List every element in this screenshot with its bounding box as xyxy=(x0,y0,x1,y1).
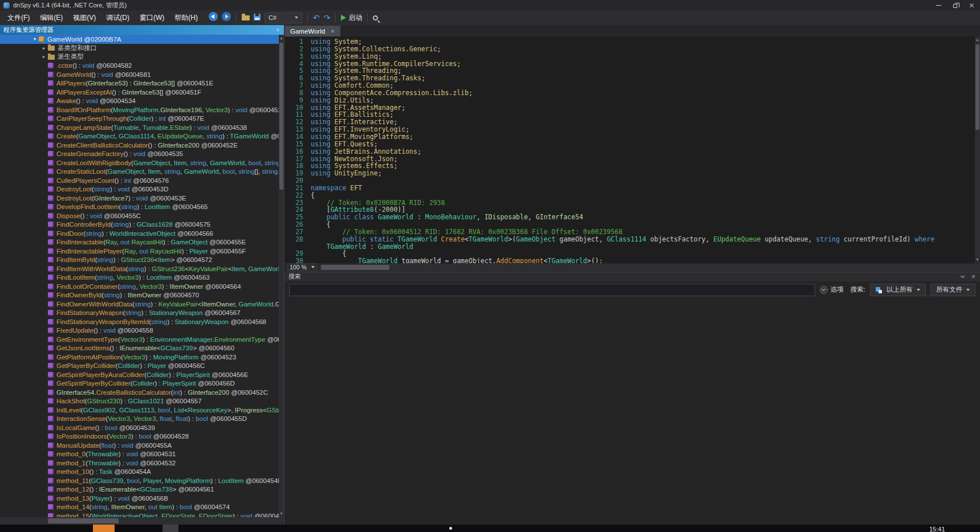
tree-item[interactable]: ManualUpdate(float) : void @0600455A xyxy=(0,441,279,450)
tree-item[interactable]: FindInteractablePlayer(Ray, out RaycastH… xyxy=(0,247,279,256)
expander-icon[interactable]: ▸ xyxy=(40,46,48,51)
tree-item[interactable]: FindLootOrContainer(string, Vector3) : I… xyxy=(0,282,279,291)
tree-item[interactable]: method_14(string, IItemOwner, out Item) … xyxy=(0,503,279,512)
code-editor[interactable]: 1using System;2using System.Collections.… xyxy=(284,36,980,263)
menu-help[interactable]: 帮助(H) xyxy=(169,10,203,25)
tree-item[interactable]: Awake() : void @06004534 xyxy=(0,97,279,106)
search-panel-header[interactable]: 搜索 xyxy=(284,272,980,281)
tree-item[interactable]: CreateGrenadeFactory() : void @06004535 xyxy=(0,150,279,159)
tree-item[interactable]: method_10() : Task @0600454A xyxy=(0,468,279,477)
tree-item[interactable]: CulledPlayersCount() : int @06004576 xyxy=(0,176,279,185)
editor-hscrollbar[interactable] xyxy=(319,264,980,271)
tree-item[interactable]: FindOwnerById(string) : IItemOwner @0600… xyxy=(0,291,279,300)
tree-item[interactable]: GetJsonLootItems() : IEnumerable<GClass7… xyxy=(0,344,279,353)
minimize-button[interactable] xyxy=(930,0,947,10)
tree-item[interactable]: CreateClientBallisticsCalculator() : GIn… xyxy=(0,141,279,150)
search-close-button[interactable] xyxy=(971,275,975,279)
save-all-button[interactable] xyxy=(254,13,261,23)
zoom-combobox[interactable]: 100 % xyxy=(287,263,318,271)
explorer-header[interactable]: 程序集资源管理器 xyxy=(0,25,284,35)
tree-item[interactable]: CreateLootWithRigidbody(GameObject, Item… xyxy=(0,158,279,167)
tree-item[interactable]: HackShot(GStruct230) : GClass1021 @06004… xyxy=(0,397,279,406)
expander-icon[interactable]: ▸ xyxy=(40,54,48,59)
tab-close-button[interactable] xyxy=(331,28,334,34)
tree-item[interactable]: FindItemById(string) : GStruct236<Item> … xyxy=(0,256,279,265)
tree-item[interactable]: DestroyLoot(GInterface7) : void @0600453… xyxy=(0,194,279,203)
start-debug-button[interactable]: 启动 xyxy=(341,13,362,23)
tree-item[interactable]: .cctor() : void @06004582 xyxy=(0,62,279,71)
tree-item[interactable]: ▸基类型和接口 xyxy=(0,44,279,53)
tree-item[interactable]: Dispose() : void @0600455C xyxy=(0,211,279,220)
scroll-thumb[interactable] xyxy=(279,43,283,190)
tree-item[interactable]: FixedUpdate() : void @06004558 xyxy=(0,326,279,335)
menu-edit[interactable]: 编辑(E) xyxy=(35,10,68,25)
tree-item[interactable]: method_0(Throwable) : void @06004531 xyxy=(0,450,279,459)
redo-button[interactable]: ↷ xyxy=(324,13,331,23)
tree-item[interactable]: method_11(GClass739, bool, Player, Movin… xyxy=(0,476,279,485)
explorer-vscrollbar[interactable]: ▲ ▼ xyxy=(279,35,284,517)
tree-item[interactable]: FindOwnerWithWorldData(string) : KeyValu… xyxy=(0,300,279,309)
explorer-hscrollbar[interactable] xyxy=(0,517,284,525)
scroll-down-icon[interactable]: ▼ xyxy=(975,256,980,263)
scroll-thumb[interactable] xyxy=(321,265,389,270)
tree-item[interactable]: GetPlayerByCollider(Collider) : Player @… xyxy=(0,362,279,371)
tree-item[interactable]: CanPlayerSeepThrough(Collider) : int @06… xyxy=(0,114,279,124)
tree-item[interactable]: Create(GameObject, GClass1114, EUpdateQu… xyxy=(0,132,279,141)
scroll-up-icon[interactable]: ▲ xyxy=(279,35,284,42)
tree-item[interactable]: FindStationaryWeapon(string) : Stationar… xyxy=(0,309,279,318)
menu-view[interactable]: 视图(V) xyxy=(68,10,101,25)
file-filter-dropdown[interactable]: 所有文件 xyxy=(930,284,975,296)
tree-item[interactable]: IsLocalGame() : bool @06004539 xyxy=(0,423,279,432)
taskbar-app[interactable] xyxy=(162,525,178,532)
scroll-up-icon[interactable]: ▲ xyxy=(975,36,980,43)
tree-item[interactable]: method_12() : IEnumerable<GClass739> @06… xyxy=(0,485,279,494)
tree-item[interactable]: ChangeLampState(Turnable, Turnable.EStat… xyxy=(0,123,279,132)
search-assemblies-button[interactable] xyxy=(373,13,378,23)
tree-item[interactable]: GInterface54.CreateBallisticsCalculator(… xyxy=(0,388,279,397)
tree-item[interactable]: BoardIfOnPlatform(MovingPlatform.GInterf… xyxy=(0,105,279,114)
tree-item[interactable]: InteractionSense(Vector3, Vector3, float… xyxy=(0,415,279,424)
scroll-down-icon[interactable]: ▼ xyxy=(279,510,284,517)
search-scope-dropdown[interactable]: 以上所有 xyxy=(870,284,926,296)
explorer-close-button[interactable] xyxy=(276,27,280,33)
tree-item[interactable]: FindDoor(string) : WorldInteractiveObjec… xyxy=(0,229,279,238)
tree-item[interactable]: GetSpiritPlayerByCollider(Collider) : Pl… xyxy=(0,379,279,388)
chevron-down-icon[interactable] xyxy=(961,273,965,277)
menu-debug[interactable]: 调试(D) xyxy=(101,10,135,25)
tree-item[interactable]: GetPlatformAtPosition(Vector3) : MovingP… xyxy=(0,353,279,362)
undo-button[interactable]: ↶ xyxy=(313,13,320,23)
tab-gameworld[interactable]: GameWorld xyxy=(285,26,340,36)
tree-item[interactable]: method_1(Throwable) : void @06004532 xyxy=(0,459,279,468)
close-button[interactable] xyxy=(963,0,980,10)
editor-vscrollbar[interactable]: ▲ ▼ xyxy=(975,36,980,263)
taskbar-icon[interactable] xyxy=(449,527,452,530)
tree-item[interactable]: CreateStaticLoot(GameObject, Item, strin… xyxy=(0,167,279,177)
nav-back-button[interactable] xyxy=(209,12,218,23)
nav-forward-button[interactable] xyxy=(222,12,231,23)
language-combobox[interactable]: C# xyxy=(265,13,302,23)
menu-file[interactable]: 文件(F) xyxy=(2,10,35,25)
menu-window[interactable]: 窗口(W) xyxy=(135,10,169,25)
tree-item[interactable]: IsPositionIndoors(Vector3) : bool @06004… xyxy=(0,432,279,441)
tree-item[interactable]: method_13(Player) : void @0600456B xyxy=(0,494,279,503)
tree-item[interactable]: GameWorld() : void @06004581 xyxy=(0,70,279,79)
expander-icon[interactable]: ▾ xyxy=(31,36,39,42)
tree-item[interactable]: method_15(WorldInteractiveObject, EDoorS… xyxy=(0,511,279,517)
search-options-button[interactable]: 选项 xyxy=(820,285,844,294)
tree-item[interactable]: AllPlayersExceptAI() : GInterface53[] @0… xyxy=(0,88,279,97)
restore-button[interactable] xyxy=(947,0,963,10)
tree-item[interactable]: FindStationaryWeaponByItemId(string) : S… xyxy=(0,317,279,326)
tree-item[interactable]: GetSpiritPlayerByAuraCollider(Collider) … xyxy=(0,370,279,379)
open-button[interactable] xyxy=(242,13,250,23)
tree-item[interactable]: InitLevel(GClass902, GClass1113, bool, L… xyxy=(0,406,279,415)
search-input[interactable] xyxy=(289,284,815,296)
tree-item[interactable]: ▾GameWorld @02000B7A xyxy=(0,35,279,44)
scroll-thumb[interactable] xyxy=(48,518,119,523)
code-view[interactable]: 1using System;2using System.Collections.… xyxy=(286,38,973,263)
tree-item[interactable]: ▸派生类型 xyxy=(0,52,279,62)
scroll-thumb[interactable] xyxy=(975,44,979,130)
tree-item[interactable]: FindInteractable(Ray, out RaycastHit) : … xyxy=(0,238,279,247)
tree-item[interactable]: DestroyLoot(string) : void @0600453D xyxy=(0,185,279,194)
tree-item[interactable]: FindControllerById(string) : GClass1628 … xyxy=(0,220,279,230)
assembly-tree[interactable]: ▾GameWorld @02000B7A▸基类型和接口▸派生类型.cctor()… xyxy=(0,35,279,517)
